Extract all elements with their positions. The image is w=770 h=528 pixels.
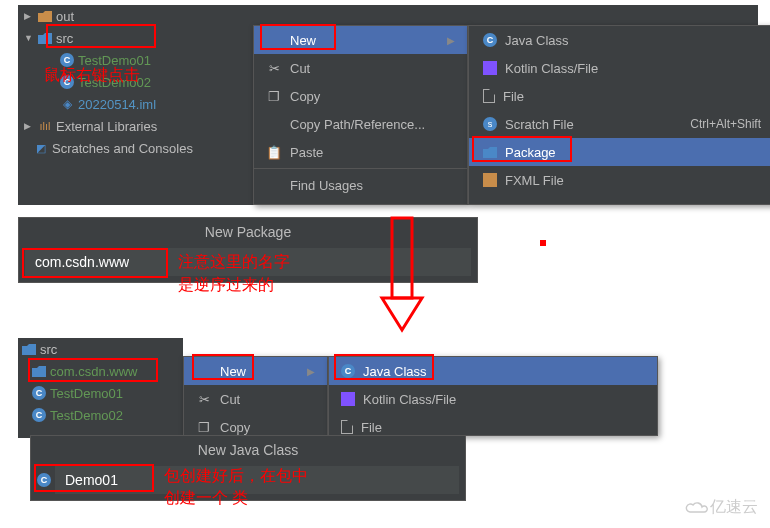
panel-1: ▶ out ▼ src C TestDemo01 C TestDemo02 ◈ … — [18, 5, 758, 205]
cut-icon: ✂ — [266, 61, 282, 76]
submenu-fxml[interactable]: FXML File — [469, 166, 770, 194]
submenu-arrow-icon: ▶ — [307, 366, 315, 377]
fxml-icon — [483, 173, 497, 187]
tree-label: com.csdn.www — [50, 364, 137, 379]
tree-label: External Libraries — [56, 119, 157, 134]
tree-label: TestDemo02 — [50, 408, 123, 423]
tree-row-out[interactable]: ▶ out — [18, 5, 253, 27]
menu-label: Cut — [220, 392, 240, 407]
project-tree-1: ▶ out ▼ src C TestDemo01 C TestDemo02 ◈ … — [18, 5, 253, 205]
tree-label: out — [56, 9, 74, 24]
menu-label: Java Class — [363, 364, 427, 379]
submenu-file[interactable]: File — [469, 82, 770, 110]
annotation-rightclick: 鼠标右键点击 — [44, 65, 140, 86]
menu-label: Package — [505, 145, 556, 160]
tree-row-extlib[interactable]: ▶ ılıl External Libraries — [18, 115, 253, 137]
menu-label: Scratch File — [505, 117, 574, 132]
context-menu-3: New ▶ ✂ Cut ❐ Copy — [183, 356, 328, 436]
library-icon: ılıl — [38, 119, 52, 133]
menu-label: Find Usages — [290, 178, 363, 193]
red-dot — [540, 240, 546, 246]
tree-row-scratches[interactable]: ◩ Scratches and Consoles — [18, 137, 253, 159]
submenu-javaclass[interactable]: C Java Class — [329, 357, 657, 385]
class-icon: C — [483, 33, 497, 47]
dialog-title: New Java Class — [31, 436, 465, 464]
class-icon: C — [37, 473, 51, 487]
tree-label: 20220514.iml — [78, 97, 156, 112]
project-tree-3: src com.csdn.www C TestDemo01 C TestDemo… — [18, 338, 183, 438]
tree-row-testdemo02[interactable]: C TestDemo02 — [18, 404, 183, 426]
class-icon: C — [341, 364, 355, 378]
submenu-package[interactable]: Package — [469, 138, 770, 166]
chevron-right-icon: ▶ — [24, 11, 34, 21]
scratchfile-icon: s — [483, 117, 497, 131]
tree-row-src[interactable]: ▼ src — [18, 27, 253, 49]
menu-cut[interactable]: ✂ Cut — [184, 385, 327, 413]
tree-row-testdemo01[interactable]: C TestDemo01 — [18, 382, 183, 404]
chevron-right-icon: ▶ — [24, 121, 34, 131]
annotation-pkg2: 是逆序过来的 — [178, 275, 274, 296]
menu-label: New — [220, 364, 246, 379]
tree-label: TestDemo01 — [50, 386, 123, 401]
menu-label: Cut — [290, 61, 310, 76]
separator — [254, 168, 467, 169]
file-icon — [341, 420, 353, 434]
menu-label: Copy — [290, 89, 320, 104]
menu-label: Paste — [290, 145, 323, 160]
menu-findusages[interactable]: Find Usages — [254, 171, 467, 199]
tree-label: src — [40, 342, 57, 357]
tree-row-src[interactable]: src — [18, 338, 183, 360]
class-icon: C — [32, 408, 46, 422]
tree-row-pkg[interactable]: com.csdn.www — [18, 360, 183, 382]
submenu-arrow-icon: ▶ — [447, 35, 455, 46]
tree-row-iml[interactable]: ◈ 20220514.iml — [18, 93, 253, 115]
scratch-icon: ◩ — [34, 141, 48, 155]
package-icon — [483, 147, 497, 158]
watermark: 亿速云 — [684, 497, 758, 518]
shortcut-label: Ctrl+Alt+Shift — [690, 117, 761, 131]
folder-icon — [38, 11, 52, 22]
menu-label: File — [503, 89, 524, 104]
kotlin-icon — [341, 392, 355, 406]
menu-label: Copy Path/Reference... — [290, 117, 425, 132]
menu-paste[interactable]: 📋 Paste — [254, 138, 467, 166]
iml-icon: ◈ — [60, 97, 74, 111]
menu-label: New — [290, 33, 316, 48]
menu-cut[interactable]: ✂ Cut — [254, 54, 467, 82]
menu-new[interactable]: New ▶ — [184, 357, 327, 385]
file-icon — [483, 89, 495, 103]
tree-label: Scratches and Consoles — [52, 141, 193, 156]
menu-label: File — [361, 420, 382, 435]
folder-icon — [22, 344, 36, 355]
cut-icon: ✂ — [196, 392, 212, 407]
submenu-javaclass[interactable]: C Java Class — [469, 26, 770, 54]
new-submenu-3: C Java Class Kotlin Class/File File — [328, 356, 658, 436]
folder-icon — [38, 33, 52, 44]
annotation-pkg1: 注意这里的名字 — [178, 252, 290, 273]
paste-icon: 📋 — [266, 145, 282, 160]
menu-new[interactable]: New ▶ — [254, 26, 467, 54]
menu-label: Copy — [220, 420, 250, 435]
submenu-kotlin[interactable]: Kotlin Class/File — [469, 54, 770, 82]
copy-icon: ❐ — [196, 420, 212, 435]
annotation-class2: 创建一个 类 — [164, 488, 248, 509]
menu-copypath[interactable]: Copy Path/Reference... — [254, 110, 467, 138]
class-icon: C — [32, 386, 46, 400]
chevron-down-icon: ▼ — [24, 33, 34, 43]
submenu-scratchfile[interactable]: s Scratch File Ctrl+Alt+Shift — [469, 110, 770, 138]
submenu-kotlin[interactable]: Kotlin Class/File — [329, 385, 657, 413]
menu-label: FXML File — [505, 173, 564, 188]
svg-rect-0 — [392, 218, 412, 298]
annotation-class1: 包创建好后，在包中 — [164, 466, 308, 487]
menu-label: Java Class — [505, 33, 569, 48]
tree-label: src — [56, 31, 73, 46]
arrow-down-icon — [378, 216, 426, 334]
kotlin-icon — [483, 61, 497, 75]
package-icon — [32, 366, 46, 377]
menu-copy[interactable]: ❐ Copy — [254, 82, 467, 110]
menu-label: Kotlin Class/File — [363, 392, 456, 407]
copy-icon: ❐ — [266, 89, 282, 104]
context-menu-1: New ▶ ✂ Cut ❐ Copy Copy Path/Reference..… — [253, 25, 468, 205]
new-submenu-1: C Java Class Kotlin Class/File File s Sc… — [468, 25, 770, 205]
menu-label: Kotlin Class/File — [505, 61, 598, 76]
